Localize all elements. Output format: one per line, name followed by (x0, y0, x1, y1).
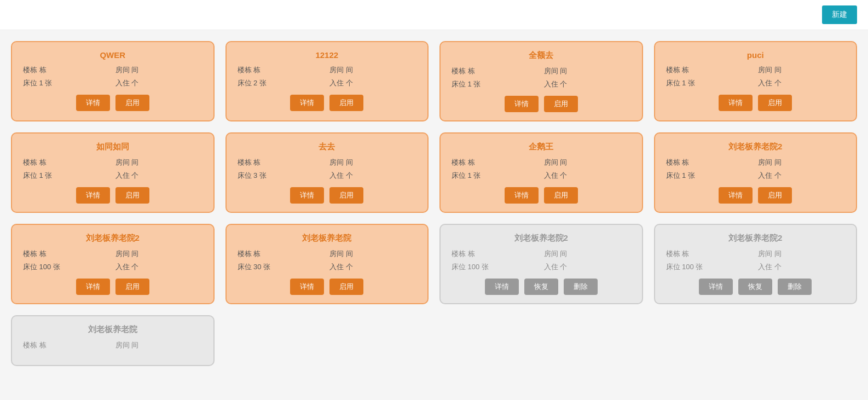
checkin-info: 入住 个 (544, 171, 631, 181)
detail-button[interactable]: 详情 (290, 187, 324, 204)
bed-info: 床位 100 张 (452, 262, 539, 272)
restore-button[interactable]: 恢复 (738, 279, 772, 295)
bed-info: 床位 2 张 (238, 78, 325, 88)
card-title: 12122 (238, 50, 417, 60)
card-title: 如同如同 (23, 142, 202, 152)
detail-button[interactable]: 详情 (699, 279, 733, 295)
room-info: 房间 间 (329, 158, 416, 167)
card-title: 去去 (238, 142, 417, 152)
room-info: 房间 间 (544, 249, 631, 259)
enable-button[interactable]: 启用 (329, 95, 363, 111)
top-bar: 新建 (0, 0, 868, 30)
detail-button[interactable]: 详情 (290, 279, 324, 295)
checkin-info: 入住 个 (758, 78, 845, 88)
card-actions: 详情启用 (238, 187, 417, 204)
enable-button[interactable]: 启用 (115, 187, 149, 204)
card-info: 楼栋 栋房间 间床位 1 张入住 个 (452, 66, 631, 89)
card-card-10: 刘老板养老院楼栋 栋房间 间床位 30 张入住 个详情启用 (225, 224, 429, 304)
card-title: 刘老板养老院 (238, 233, 417, 244)
room-info: 房间 间 (115, 340, 202, 350)
bed-info: 床位 1 张 (666, 171, 753, 181)
detail-button[interactable]: 详情 (719, 187, 753, 204)
detail-button[interactable]: 详情 (485, 279, 519, 295)
cards-container: QWER楼栋 栋房间 间床位 1 张入住 个详情启用12122楼栋 栋房间 间床… (0, 30, 868, 377)
building-info: 楼栋 栋 (452, 158, 539, 167)
detail-button[interactable]: 详情 (505, 96, 539, 112)
detail-button[interactable]: 详情 (76, 187, 110, 204)
card-title: 刘老板养老院2 (666, 142, 846, 152)
room-info: 房间 间 (115, 249, 202, 259)
card-card-12: 刘老板养老院2楼栋 栋房间 间床位 100 张入住 个详情恢复删除 (654, 224, 858, 304)
card-card-6: 去去楼栋 栋房间 间床位 3 张入住 个详情启用 (225, 132, 429, 213)
card-info: 楼栋 栋房间 间床位 100 张入住 个 (452, 249, 631, 272)
card-card-13: 刘老板养老院楼栋 栋房间 间 (11, 315, 215, 366)
enable-button[interactable]: 启用 (329, 187, 363, 204)
delete-button[interactable]: 删除 (778, 279, 812, 295)
bed-info: 床位 30 张 (238, 262, 325, 272)
checkin-info: 入住 个 (329, 78, 416, 88)
bed-info: 床位 1 张 (452, 79, 539, 89)
card-info: 楼栋 栋房间 间床位 100 张入住 个 (23, 249, 202, 272)
building-info: 楼栋 栋 (666, 249, 753, 259)
card-title: puci (666, 50, 846, 60)
card-title: 全额去 (452, 50, 631, 61)
card-actions: 详情启用 (238, 279, 417, 295)
card-info: 楼栋 栋房间 间床位 1 张入住 个 (666, 65, 846, 88)
card-info: 楼栋 栋房间 间床位 1 张入住 个 (23, 158, 202, 181)
detail-button[interactable]: 详情 (290, 95, 324, 111)
card-info: 楼栋 栋房间 间床位 100 张入住 个 (666, 249, 846, 272)
card-title: 刘老板养老院2 (452, 233, 631, 244)
enable-button[interactable]: 启用 (115, 279, 149, 295)
card-title: 刘老板养老院2 (23, 233, 202, 244)
building-info: 楼栋 栋 (23, 340, 110, 350)
card-info: 楼栋 栋房间 间床位 1 张入住 个 (666, 158, 846, 181)
building-info: 楼栋 栋 (238, 65, 325, 75)
card-info: 楼栋 栋房间 间床位 30 张入住 个 (238, 249, 417, 272)
bed-info: 床位 1 张 (666, 78, 753, 88)
detail-button[interactable]: 详情 (76, 279, 110, 295)
detail-button[interactable]: 详情 (76, 95, 110, 111)
enable-button[interactable]: 启用 (544, 96, 578, 112)
enable-button[interactable]: 启用 (329, 279, 363, 295)
building-info: 楼栋 栋 (666, 158, 753, 167)
card-card-2: 12122楼栋 栋房间 间床位 2 张入住 个详情启用 (225, 41, 429, 121)
new-button[interactable]: 新建 (822, 5, 857, 24)
card-title: 刘老板养老院 (23, 324, 202, 335)
room-info: 房间 间 (115, 158, 202, 167)
checkin-info: 入住 个 (115, 78, 202, 88)
building-info: 楼栋 栋 (238, 249, 325, 259)
card-actions: 详情启用 (452, 187, 631, 204)
card-card-8: 刘老板养老院2楼栋 栋房间 间床位 1 张入住 个详情启用 (654, 132, 858, 213)
enable-button[interactable]: 启用 (758, 187, 792, 204)
detail-button[interactable]: 详情 (719, 95, 753, 111)
building-info: 楼栋 栋 (238, 158, 325, 167)
enable-button[interactable]: 启用 (115, 95, 149, 111)
enable-button[interactable]: 启用 (758, 95, 792, 111)
enable-button[interactable]: 启用 (544, 187, 578, 204)
checkin-info: 入住 个 (115, 171, 202, 181)
card-actions: 详情恢复删除 (666, 279, 846, 295)
building-info: 楼栋 栋 (23, 65, 110, 75)
bed-info: 床位 3 张 (238, 171, 325, 181)
room-info: 房间 间 (544, 158, 631, 167)
checkin-info: 入住 个 (544, 262, 631, 272)
room-info: 房间 间 (758, 249, 845, 259)
card-title: 刘老板养老院2 (666, 233, 846, 244)
checkin-info: 入住 个 (329, 262, 416, 272)
card-card-11: 刘老板养老院2楼栋 栋房间 间床位 100 张入住 个详情恢复删除 (439, 224, 643, 304)
room-info: 房间 间 (758, 158, 845, 167)
bed-info: 床位 100 张 (666, 262, 753, 272)
delete-button[interactable]: 删除 (564, 279, 598, 295)
detail-button[interactable]: 详情 (505, 187, 539, 204)
room-info: 房间 间 (329, 249, 416, 259)
restore-button[interactable]: 恢复 (524, 279, 558, 295)
building-info: 楼栋 栋 (23, 249, 110, 259)
bed-info: 床位 1 张 (452, 171, 539, 181)
room-info: 房间 间 (758, 65, 845, 75)
card-info: 楼栋 栋房间 间床位 2 张入住 个 (238, 65, 417, 88)
card-card-4: puci楼栋 栋房间 间床位 1 张入住 个详情启用 (654, 41, 858, 121)
card-card-3: 全额去楼栋 栋房间 间床位 1 张入住 个详情启用 (439, 41, 643, 121)
bed-info: 床位 1 张 (23, 171, 110, 181)
card-card-5: 如同如同楼栋 栋房间 间床位 1 张入住 个详情启用 (11, 132, 215, 213)
room-info: 房间 间 (329, 65, 416, 75)
